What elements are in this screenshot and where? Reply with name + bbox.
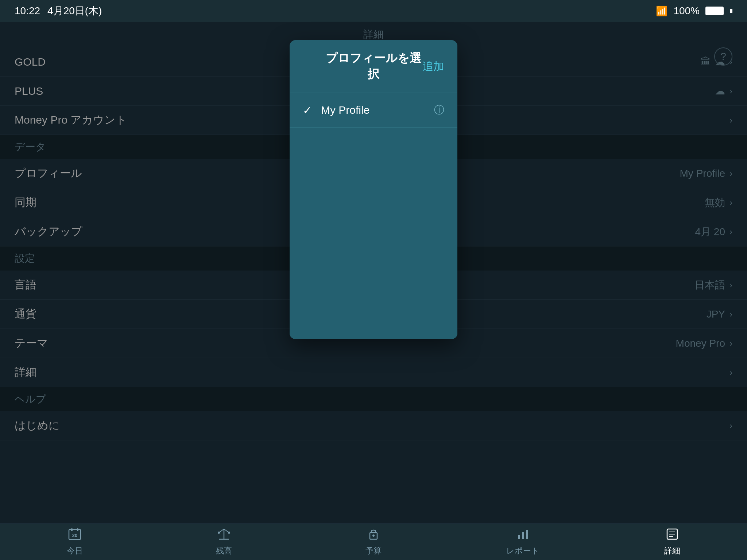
svg-rect-1 <box>71 528 73 531</box>
svg-point-8 <box>218 532 220 534</box>
svg-rect-12 <box>518 535 520 539</box>
modal-add-button[interactable]: 追加 <box>422 59 444 74</box>
tab-details[interactable]: 詳細 <box>597 528 747 556</box>
reports-icon <box>516 528 530 543</box>
svg-rect-2 <box>77 528 78 531</box>
date-display: 4月20日(木) <box>47 4 102 18</box>
status-left: 10:22 4月20日(木) <box>15 4 102 18</box>
info-icon[interactable]: ⓘ <box>434 103 444 117</box>
tab-budget[interactable]: 予算 <box>299 528 448 556</box>
settings-page: 詳細 ? GOLD 🏛 ☁ › PLUS ☁ › <box>0 22 747 524</box>
status-bar: 10:22 4月20日(木) 📶 100% <box>0 0 747 22</box>
tab-details-label: 詳細 <box>664 545 680 556</box>
tab-reports[interactable]: レポート <box>448 528 598 556</box>
tab-budget-label: 予算 <box>365 545 382 556</box>
modal-header: プロフィールを選択 追加 <box>290 40 457 93</box>
profile-item-name: My Profile <box>321 104 434 116</box>
profile-item[interactable]: ✓ My Profile ⓘ <box>290 93 457 128</box>
modal-body <box>290 128 457 339</box>
tab-balance-label: 残高 <box>216 545 232 556</box>
battery-icon <box>705 7 724 15</box>
details-tab-icon <box>666 528 679 543</box>
tab-reports-label: レポート <box>506 545 539 556</box>
status-right: 📶 100% <box>656 5 732 17</box>
svg-point-9 <box>228 532 230 534</box>
checkmark-icon: ✓ <box>303 104 314 117</box>
svg-text:20: 20 <box>72 533 77 538</box>
balance-icon <box>217 528 231 543</box>
budget-icon <box>367 528 380 543</box>
time-display: 10:22 <box>15 5 40 17</box>
tab-bar: 20 今日 残高 予算 <box>0 524 747 560</box>
wifi-icon: 📶 <box>656 5 667 17</box>
svg-rect-14 <box>526 530 528 539</box>
svg-rect-13 <box>522 532 524 539</box>
battery-tip <box>730 9 732 13</box>
tab-balance[interactable]: 残高 <box>150 528 299 556</box>
svg-point-11 <box>372 534 375 537</box>
calendar-icon: 20 <box>68 528 81 543</box>
tab-today-label: 今日 <box>67 545 83 556</box>
battery-percent: 100% <box>673 5 700 17</box>
modal-title: プロフィールを選択 <box>325 50 422 82</box>
profile-select-modal: プロフィールを選択 追加 ✓ My Profile ⓘ <box>290 40 457 339</box>
tab-today[interactable]: 20 今日 <box>0 528 150 556</box>
